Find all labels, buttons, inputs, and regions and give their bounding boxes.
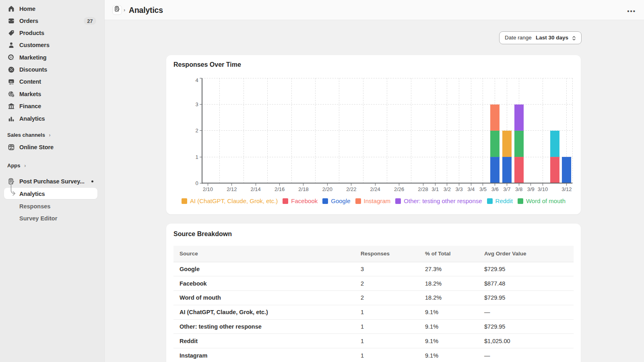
svg-text:2/16: 2/16: [275, 186, 285, 192]
svg-text:2/12: 2/12: [227, 186, 237, 192]
svg-text:2/24: 2/24: [370, 186, 380, 192]
svg-text:3/2: 3/2: [444, 186, 451, 192]
svg-text:2/22: 2/22: [346, 186, 356, 192]
svg-text:1: 1: [195, 154, 198, 160]
svg-text:2/20: 2/20: [322, 186, 332, 192]
svg-text:2: 2: [195, 128, 198, 134]
svg-text:2/28: 2/28: [418, 186, 428, 192]
svg-text:2/14: 2/14: [251, 186, 261, 192]
svg-text:3/5: 3/5: [479, 186, 487, 192]
svg-text:2/26: 2/26: [394, 186, 404, 192]
svg-text:4: 4: [195, 77, 198, 83]
svg-text:2/18: 2/18: [298, 186, 308, 192]
svg-text:3/10: 3/10: [538, 186, 548, 192]
svg-text:2/10: 2/10: [203, 186, 213, 192]
svg-text:3/9: 3/9: [527, 186, 535, 192]
svg-text:3/12: 3/12: [561, 186, 572, 192]
svg-text:3: 3: [195, 101, 198, 107]
svg-text:3/3: 3/3: [456, 186, 463, 192]
svg-text:3/1: 3/1: [431, 186, 439, 192]
svg-text:0: 0: [195, 180, 198, 186]
svg-text:3/6: 3/6: [491, 186, 499, 192]
svg-text:3/7: 3/7: [503, 186, 510, 192]
svg-text:3/8: 3/8: [515, 186, 522, 192]
svg-text:3/4: 3/4: [467, 186, 475, 192]
